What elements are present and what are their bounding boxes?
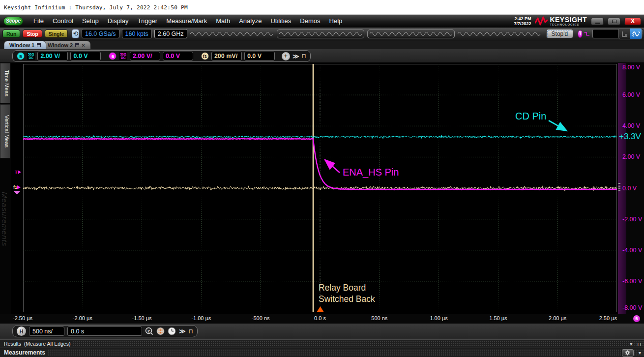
menu-item-help[interactable]: Help [325, 16, 347, 26]
menu-item-file[interactable]: File [29, 16, 48, 26]
f1-badge[interactable]: f1 [201, 52, 209, 60]
minimize-button[interactable] [591, 18, 604, 25]
brand-name: KEYSIGHT [550, 17, 587, 23]
channel-6-scale-field[interactable]: 2.00 V/ [130, 52, 160, 60]
menu-item-measure-mark[interactable]: Measure/Mark [162, 16, 211, 26]
pin-icon[interactable]: ⊓ [189, 328, 193, 335]
collapse-arrow-icon[interactable]: ▾ [630, 341, 632, 347]
close-tab-icon[interactable]: × [82, 43, 85, 48]
stop-button[interactable]: Stop [23, 30, 42, 38]
tab-window-2[interactable]: Window 2 × [42, 41, 90, 49]
expand-chevron-icon[interactable]: ≫ [293, 53, 299, 60]
channel-6-axis-badge[interactable]: 6 [633, 315, 640, 322]
scope-menu-button[interactable]: Scope [3, 17, 23, 26]
y-axis-label: -2.00 V [622, 216, 642, 223]
axis-scrollbar-grip[interactable] [618, 183, 620, 194]
zoom-mode-button[interactable] [619, 29, 630, 39]
menu-item-utilities[interactable]: Utilities [266, 16, 295, 26]
timebase-bar: H 500 ns/ 0.0 s Z ≫ ⊓ [0, 324, 644, 339]
channel-5-offset-field[interactable]: 0.0 V [70, 52, 101, 60]
acquisition-status-button[interactable]: Stop'd [546, 29, 574, 38]
annotation-ena-hs-pin[interactable]: ENA_HS Pin [343, 167, 399, 178]
menu-item-trigger[interactable]: Trigger [133, 16, 162, 26]
menu-bar: Scope FileControlSetupDisplayTriggerMeas… [0, 15, 644, 28]
sample-rate-field[interactable]: 16.0 GSa/s [82, 29, 119, 38]
sidebar-tab-vertical-meas[interactable]: Vertical Meas [0, 104, 10, 158]
toolbar-wave-panel [367, 30, 455, 38]
collapse-arrow-icon[interactable]: ▾ [639, 350, 641, 356]
minimize-icon [595, 23, 600, 24]
menu-item-display[interactable]: Display [103, 16, 133, 26]
coupling-label: DC [28, 56, 34, 60]
channel-6-coupling-badge[interactable]: 50Ω DC [119, 52, 127, 60]
menu-item-analyze[interactable]: Analyze [234, 16, 266, 26]
menu-item-setup[interactable]: Setup [78, 16, 103, 26]
zoom-icon[interactable]: Z [145, 327, 153, 335]
y-axis-label: -8.00 V [622, 304, 642, 311]
pin-icon[interactable] [75, 43, 79, 47]
maximize-icon [612, 20, 616, 23]
trigger-source-badge[interactable]: T [578, 30, 583, 38]
acquisition-toolbar: Run Stop Single ⟲ 16.0 GSa/s 160 kpts 2.… [0, 28, 644, 40]
y-axis-label: 4.00 V [622, 122, 640, 129]
x-axis-label: 500 ns [371, 315, 387, 321]
measurements-bar[interactable]: Measurements ▾ [0, 348, 644, 357]
curved-arrow-button[interactable]: ⟲ [72, 29, 79, 38]
pin-icon[interactable]: ⊓ [302, 53, 306, 60]
trigger-time-marker-icon[interactable] [317, 306, 324, 312]
channel-6-badge[interactable]: 6 [109, 52, 117, 60]
waveform-display-region[interactable]: T f1 CD Pin ENA_HS Pin Relay Board Switc… [11, 63, 618, 314]
run-button[interactable]: Run [2, 30, 20, 38]
trigger-level-field[interactable]: 1.000 V [592, 29, 620, 38]
add-channel-button[interactable]: + [282, 52, 290, 60]
f1-ground-marker[interactable]: f1 [13, 185, 21, 190]
single-button[interactable]: Single [45, 30, 68, 38]
horizontal-badge[interactable]: H [17, 327, 26, 336]
gear-button[interactable] [622, 349, 634, 357]
toolbar-wave-separator [458, 31, 541, 37]
trigger-level-marker[interactable]: T [15, 170, 21, 175]
vertical-axis-strip[interactable]: 8.00 V6.00 V4.00 V2.00 V0.0 V-2.00 V-4.0… [618, 63, 644, 314]
bandwidth-field[interactable]: 2.60 GHz [154, 29, 187, 38]
window-titlebar[interactable]: Keysight Infiniium : Thursday, July 7, 2… [0, 0, 644, 15]
horizontal-axis-row: -2.50 µs-2.00 µs-1.50 µs-1.00 µs-500 ns0… [0, 314, 644, 324]
coupling-label: DC [120, 56, 126, 60]
x-axis-label: 0.0 s [314, 315, 326, 321]
channel-5-coupling-badge[interactable]: 50Ω DC [27, 52, 35, 60]
keysight-logo: KEYSIGHT TECHNOLOGIES [535, 16, 587, 26]
f1-offset-field[interactable]: 0.0 V [244, 52, 275, 60]
f1-scale-field[interactable]: 200 mV/ [211, 52, 242, 60]
menu-item-control[interactable]: Control [48, 16, 78, 26]
channel-5-scale-field[interactable]: 2.00 V/ [37, 52, 68, 60]
results-bar-title: Results (Measure All Edges) [0, 341, 73, 347]
falling-edge-icon[interactable] [584, 30, 590, 38]
memory-depth-field[interactable]: 160 kpts [122, 29, 152, 38]
waveform-touch-icon [632, 30, 640, 37]
results-bar[interactable]: Results (Measure All Edges) ▾ ⊓ [0, 339, 644, 348]
annotation-relay-line2[interactable]: Switched Back [319, 294, 375, 304]
pin-icon[interactable] [37, 43, 41, 47]
menu-item-math[interactable]: Math [211, 16, 234, 26]
channel-5-badge[interactable]: 5 [17, 52, 25, 60]
clock-icon[interactable] [168, 327, 176, 335]
ground-symbol-icon [14, 191, 20, 194]
trigger-position-icon[interactable] [156, 327, 165, 335]
clock-time: 2:42 PM [514, 16, 531, 21]
annotation-relay-line1[interactable]: Relay Board [319, 283, 366, 293]
y-axis-label: -4.00 V [622, 247, 642, 254]
timebase-scale-field[interactable]: 500 ns/ [29, 327, 64, 336]
measurements-bar-title: Measurements [0, 349, 48, 356]
tab-window-1[interactable]: Window 1 [4, 41, 46, 49]
timebase-position-field[interactable]: 0.0 s [67, 327, 142, 336]
annotation-cd-pin[interactable]: CD Pin [515, 111, 546, 121]
channel-6-offset-field[interactable]: 0.0 V [163, 52, 193, 60]
menu-item-demos[interactable]: Demos [295, 16, 324, 26]
sidebar-tab-time-meas[interactable]: Time Meas [0, 63, 10, 103]
waveform-drag-mode-button[interactable] [630, 29, 642, 39]
expand-chevron-icon[interactable]: ≫ [179, 327, 186, 335]
maximize-button[interactable] [608, 18, 620, 25]
pin-icon[interactable]: ⊓ [637, 341, 641, 347]
clock: 2:42 PM 7/7/2022 [514, 16, 531, 26]
oscilloscope-graticule[interactable]: CD Pin ENA_HS Pin Relay Board Switched B… [23, 64, 617, 312]
close-button[interactable]: X [624, 18, 641, 25]
